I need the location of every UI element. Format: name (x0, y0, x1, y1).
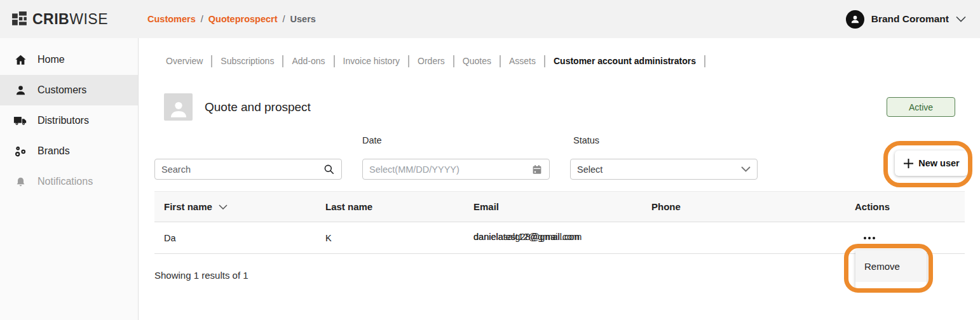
column-header-label: First name (164, 201, 212, 212)
status-select[interactable]: Select (570, 159, 758, 180)
sidebar: Home Customers Distributors (0, 38, 139, 320)
customer-avatar (164, 93, 193, 121)
bell-icon (13, 175, 27, 189)
tab-subscriptions[interactable]: Subscriptions (212, 55, 282, 67)
sidebar-item-label: Notifications (37, 176, 93, 187)
users-table: First name Last name Email Phone Actions… (154, 191, 965, 281)
sidebar-item-label: Customers (37, 84, 86, 96)
customer-title-row: Quote and prospect (164, 93, 311, 121)
truck-icon (13, 114, 27, 128)
calendar-icon[interactable] (531, 164, 543, 175)
plus-icon (903, 158, 914, 169)
tab-quotes[interactable]: Quotes (454, 55, 500, 67)
chevron-down-icon (956, 16, 966, 22)
column-header-email: Email (464, 192, 642, 222)
breadcrumb-separator: / (283, 14, 285, 24)
menu-item-remove[interactable]: Remove (855, 250, 927, 282)
sort-chevron-down-icon (219, 204, 228, 210)
user-name: Brand Coromant (871, 13, 949, 25)
date-input[interactable] (369, 164, 531, 175)
sidebar-item-customers[interactable]: Customers (0, 75, 138, 105)
column-header-phone: Phone (642, 192, 845, 222)
sidebar-item-label: Brands (37, 145, 70, 157)
breadcrumb-separator: / (201, 14, 203, 24)
sidebar-item-label: Distributors (37, 115, 89, 126)
top-header: CRIBWISE Customers / Quoteprospecrt / Us… (0, 0, 980, 38)
column-header-actions: Actions (845, 192, 965, 222)
status-active-button[interactable]: Active (887, 97, 955, 117)
results-count: Showing 1 results of 1 (154, 270, 965, 281)
user-avatar-icon (846, 10, 864, 29)
sidebar-item-label: Home (37, 54, 65, 65)
tab-divider (704, 55, 705, 67)
logo-text-bold: CRIB (32, 11, 69, 27)
column-header-label: Email (473, 201, 499, 212)
app-window: CRIBWISE Customers / Quoteprospecrt / Us… (0, 0, 980, 320)
tab-add-ons[interactable]: Add-ons (283, 55, 333, 67)
breadcrumb-quoteprospecrt[interactable]: Quoteprospecrt (208, 14, 278, 24)
column-header-label: Actions (855, 201, 890, 212)
tab-assets[interactable]: Assets (501, 55, 544, 67)
main-content: Overview Subscriptions Add-ons Invoice h… (139, 38, 980, 320)
sidebar-item-home[interactable]: Home (0, 44, 138, 75)
status-label: Status (573, 135, 599, 145)
sidebar-item-notifications[interactable]: Notifications (0, 166, 138, 197)
tab-orders[interactable]: Orders (409, 55, 453, 67)
sidebar-item-brands[interactable]: Brands (0, 136, 138, 166)
person-icon (13, 83, 27, 97)
table-row: Da K danielasalg28@gmail.com danielatest… (154, 222, 965, 254)
brands-icon (13, 144, 27, 158)
cribwise-logo-icon (11, 11, 28, 27)
date-label: Date (362, 135, 382, 145)
tab-overview[interactable]: Overview (158, 55, 211, 67)
cell-first-name: Da (154, 222, 316, 253)
new-user-button-label: New user (918, 158, 959, 168)
actions-dropdown-menu: Remove (855, 250, 927, 289)
cell-actions (845, 222, 965, 253)
cell-phone (642, 222, 845, 253)
breadcrumb: Customers / Quoteprospecrt / Users (147, 14, 316, 24)
search-input[interactable] (161, 164, 323, 175)
more-horizontal-icon[interactable] (862, 233, 876, 243)
tab-customer-account-administrators[interactable]: Customer account administrators (545, 55, 704, 67)
table-header: First name Last name Email Phone Actions (154, 191, 965, 222)
logo-text: CRIBWISE (32, 11, 108, 28)
search-icon[interactable] (323, 163, 335, 175)
status-select-value: Select (577, 164, 741, 175)
page-title: Quote and prospect (205, 100, 311, 114)
home-icon (13, 53, 27, 67)
cell-email: danielasalg28@gmail.com danielatest12@gm… (464, 222, 642, 253)
cribwise-logo[interactable]: CRIBWISE (0, 11, 147, 28)
column-header-last-name: Last name (316, 192, 464, 222)
search-box (154, 159, 342, 180)
person-icon (168, 98, 189, 121)
cell-last-name: K (316, 222, 464, 253)
column-header-label: Last name (325, 201, 372, 212)
chevron-down-icon (741, 166, 751, 172)
tab-invoice-history[interactable]: Invoice history (335, 55, 408, 67)
column-header-label: Phone (651, 201, 681, 212)
email-text-layer: danielatest12@gmail.com (473, 232, 580, 242)
date-box (362, 159, 550, 180)
sidebar-item-distributors[interactable]: Distributors (0, 105, 138, 136)
column-header-first-name[interactable]: First name (154, 192, 316, 222)
breadcrumb-users: Users (290, 14, 316, 24)
tab-bar: Overview Subscriptions Add-ons Invoice h… (158, 55, 705, 67)
new-user-button[interactable]: New user (895, 150, 968, 176)
logo-text-light: WISE (69, 11, 108, 27)
breadcrumb-customers[interactable]: Customers (147, 14, 196, 24)
user-menu[interactable]: Brand Coromant (846, 10, 980, 29)
